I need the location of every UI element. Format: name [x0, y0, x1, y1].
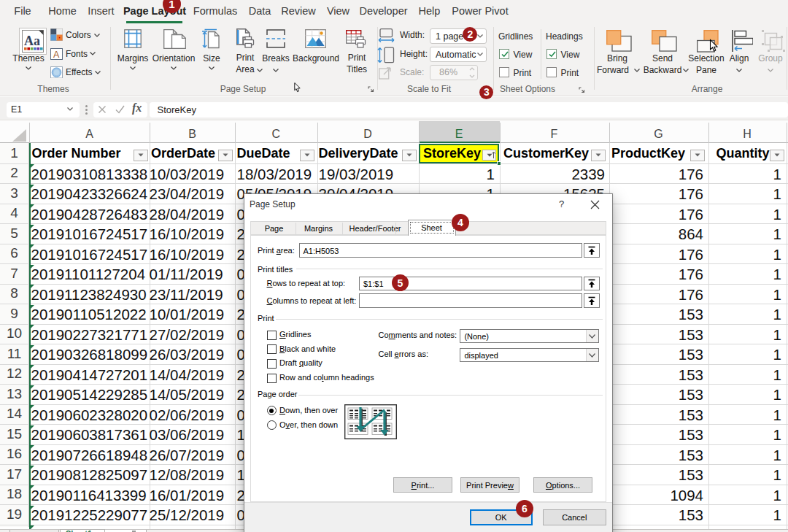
svg-text:A: A — [53, 49, 60, 59]
svg-text:Aa: Aa — [24, 34, 40, 48]
